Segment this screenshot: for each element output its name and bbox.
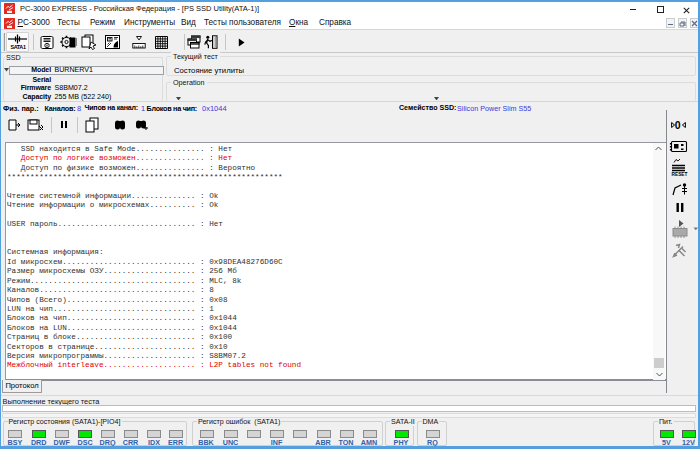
svg-text:0: 0 (675, 119, 681, 131)
svg-text:RESET: RESET (672, 172, 688, 177)
